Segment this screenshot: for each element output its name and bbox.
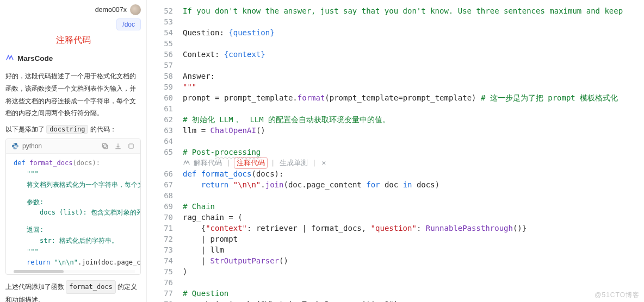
code-line-71[interactable]: {"context": retriever | format_docs, "qu… [183,223,644,234]
python-icon [11,142,19,150]
code-line-61[interactable] [183,103,644,114]
format-docs-chip: format_docs [66,280,115,294]
code-line-59[interactable]: """ [183,81,644,92]
code-line-67[interactable]: return "\n\n".join(doc.page_content for … [183,179,644,190]
code-snippet-body: def format_docs(docs): """ 将文档列表格式化为一个字符… [6,154,140,274]
line-number-gutter: 5253545556575859606162636465666768697071… [147,0,177,302]
code-line-60[interactable]: prompt = prompt_template.format(prompt_t… [183,92,644,103]
codelens-row: 解释代码注释代码生成单测✕ [183,158,644,168]
code-line-68[interactable] [183,190,644,201]
svg-rect-2 [129,144,133,148]
assistant-description: 好的，这段代码描述了一个用于格式化文档的函数，该函数接受一个文档列表作为输入，并… [5,70,141,119]
code-line-57[interactable] [183,60,644,71]
marscode-icon [183,159,190,167]
svg-rect-0 [104,145,108,149]
code-line-74[interactable]: | StrOutputParser() [183,255,644,266]
code-snippet-header: python [6,139,140,154]
code-line-62[interactable]: # 初始化 LLM， LLM 的配置会自动获取环境变量中的值。 [183,114,644,125]
code-body[interactable]: If you don't know the answer, just say t… [177,0,644,302]
code-snippet-block: python def format_docs(docs): """ [5,139,141,275]
code-line-55[interactable] [183,38,644,49]
code-line-58[interactable]: Answer: [183,71,644,81]
expand-icon[interactable] [127,142,135,150]
marscode-icon [5,54,14,62]
code-line-64[interactable] [183,136,644,147]
doc-command-pill[interactable]: /doc [116,18,141,30]
docstring-intro: 以下是添加了 docstring 的代码： [5,125,141,134]
code-line-66[interactable]: def format_docs(docs): [183,168,644,179]
watermark: @51CTO博客 [595,291,640,300]
code-line-63[interactable]: llm = ChatOpenAI() [183,125,644,136]
marscode-row: MarsCode [5,54,141,62]
code-horizontal-scrollbar[interactable] [14,270,135,273]
codelens-gentest[interactable]: 生成单测 [280,158,308,168]
code-line-70[interactable]: rag_chain = ( [183,212,644,223]
code-language-label: python [22,142,42,150]
code-line-72[interactable]: | prompt [183,234,644,244]
code-line-52[interactable]: If you don't know the answer, just say t… [183,5,644,16]
doc-badge-row: /doc [5,18,141,30]
copy-icon[interactable] [101,142,109,150]
code-line-78[interactable]: rag_chain.invoke("What is Task Decomposi… [183,299,644,302]
codelens-comment[interactable]: 注释代码 [234,157,268,169]
docstring-chip: docstring [46,125,88,134]
code-line-53[interactable] [183,16,644,27]
code-editor[interactable]: 5253545556575859606162636465666768697071… [147,0,644,302]
avatar[interactable] [130,4,141,15]
code-line-73[interactable]: | llm [183,244,644,255]
code-line-65[interactable]: # Post-processing [183,147,644,158]
user-row: demo007x [5,4,141,15]
code-line-69[interactable]: # Chain [183,201,644,212]
assistant-trail: 上述代码添加了函数 format_docs 的定义和功能描述。 [5,280,141,302]
sidebar: demo007x /doc 注释代码 MarsCode 好的，这段代码描述了一个… [0,0,147,302]
code-line-75[interactable]: ) [183,266,644,277]
assistant-title: 注释代码 [5,35,141,46]
codelens-close-icon[interactable]: ✕ [321,158,326,168]
code-line-76[interactable] [183,277,644,288]
code-line-56[interactable]: Context: {context} [183,49,644,60]
user-name-label: demo007x [95,6,127,14]
svg-rect-1 [102,144,106,148]
marscode-label: MarsCode [17,54,53,62]
code-line-77[interactable]: # Question [183,288,644,299]
codelens-explain[interactable]: 解释代码 [194,158,222,168]
insert-icon[interactable] [114,142,122,150]
code-line-54[interactable]: Question: {question} [183,27,644,38]
